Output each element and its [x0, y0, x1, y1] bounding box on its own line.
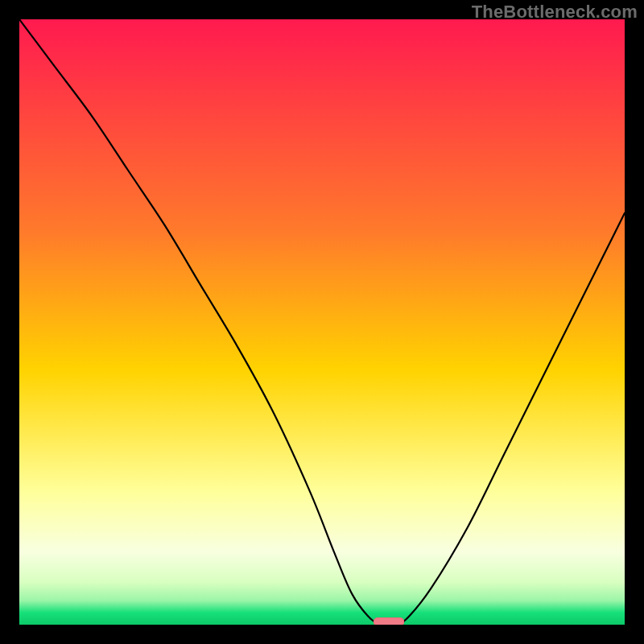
frame: TheBottleneck.com — [0, 0, 644, 644]
optimal-point-marker — [374, 617, 404, 625]
plot-area — [19, 19, 625, 625]
bottleneck-curve — [19, 19, 625, 625]
